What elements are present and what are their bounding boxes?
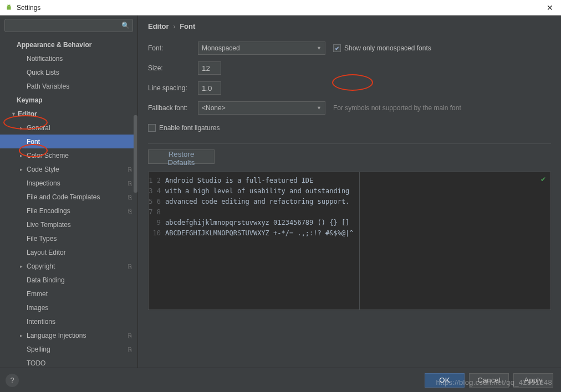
mono-only-label: Show only monospaced fonts: [344, 44, 431, 52]
preview-code[interactable]: Android Studio is a full-featured IDE wi…: [163, 172, 550, 310]
chevron-right-icon: ▸: [20, 153, 26, 158]
tree-intentions[interactable]: Intentions: [0, 314, 137, 328]
sidebar-scrollbar[interactable]: [134, 115, 137, 193]
tree-appearance-behavior[interactable]: Appearance & Behavior: [0, 38, 137, 51]
tree-path-variables[interactable]: Path Variables: [0, 79, 137, 93]
android-icon: [4, 3, 13, 12]
chevron-right-icon: ▸: [20, 264, 26, 269]
settings-tree: Appearance & Behavior Notifications Quic…: [0, 35, 137, 368]
tree-quick-lists[interactable]: Quick Lists: [0, 65, 137, 79]
breadcrumb-font: Font: [180, 22, 195, 30]
search-icon[interactable]: 🔍: [121, 22, 130, 29]
tree-copyright[interactable]: ▸Copyright⎘: [0, 259, 137, 273]
chevron-right-icon: ›: [173, 22, 175, 30]
window-title: Settings: [17, 4, 543, 12]
tree-notifications[interactable]: Notifications: [0, 51, 137, 65]
tree-layout-editor[interactable]: Layout Editor: [0, 245, 137, 259]
separator: [148, 143, 551, 144]
tree-live-templates[interactable]: Live Templates: [0, 218, 137, 231]
font-select-value: Monospaced: [202, 44, 240, 52]
search-wrap: 🔍: [0, 16, 137, 35]
project-badge-icon: ⎘: [128, 346, 132, 353]
fallback-select[interactable]: <None> ▼: [198, 101, 325, 115]
tree-file-code-templates[interactable]: File and Code Templates⎘: [0, 190, 137, 204]
cancel-button[interactable]: Cancel: [469, 373, 509, 388]
chevron-right-icon: ▸: [20, 125, 26, 131]
tree-images[interactable]: Images: [0, 301, 137, 314]
close-icon[interactable]: ✕: [543, 3, 557, 12]
mono-only-checkbox[interactable]: ✔ Show only monospaced fonts: [333, 44, 431, 52]
tree-todo[interactable]: TODO: [0, 356, 137, 368]
preview-gutter: 1 2 3 4 5 6 7 8 9 10: [149, 172, 163, 310]
project-badge-icon: ⎘: [128, 180, 132, 187]
tree-keymap[interactable]: Keymap: [0, 93, 137, 107]
breadcrumb: Editor › Font: [138, 16, 561, 36]
check-icon: ✔: [540, 176, 546, 183]
linespacing-label: Line spacing:: [148, 84, 198, 92]
tree-emmet[interactable]: Emmet: [0, 287, 137, 301]
fallback-hint: For symbols not supported by the main fo…: [333, 104, 461, 112]
size-input[interactable]: [198, 61, 221, 75]
chevron-right-icon: ▸: [20, 333, 26, 338]
checkbox-icon: [148, 124, 156, 132]
project-badge-icon: ⎘: [128, 166, 132, 173]
breadcrumb-editor[interactable]: Editor: [148, 22, 169, 30]
tree-file-types[interactable]: File Types: [0, 231, 137, 245]
tree-font[interactable]: Font: [0, 135, 137, 148]
settings-sidebar: 🔍 Appearance & Behavior Notifications Qu…: [0, 16, 138, 368]
font-preview: 1 2 3 4 5 6 7 8 9 10 Android Studio is a…: [148, 172, 551, 310]
preview-divider: [359, 172, 360, 310]
tree-code-style[interactable]: ▸Code Style⎘: [0, 162, 137, 176]
checkbox-icon: ✔: [333, 44, 341, 52]
ligatures-checkbox[interactable]: Enable font ligatures: [148, 124, 220, 132]
ok-button[interactable]: OK: [425, 373, 465, 388]
tree-general[interactable]: ▸General: [0, 121, 137, 135]
project-badge-icon: ⎘: [128, 208, 132, 214]
project-badge-icon: ⎘: [128, 332, 132, 339]
font-select[interactable]: Monospaced ▼: [198, 42, 325, 55]
chevron-down-icon: ▼: [317, 45, 322, 51]
title-bar: Settings ✕: [0, 0, 561, 16]
search-input[interactable]: [4, 19, 133, 32]
tree-inspections[interactable]: Inspections⎘: [0, 176, 137, 190]
ligatures-label: Enable font ligatures: [159, 124, 220, 132]
chevron-down-icon: ▼: [11, 111, 17, 117]
project-badge-icon: ⎘: [128, 194, 132, 200]
tree-color-scheme[interactable]: ▸Color Scheme: [0, 148, 137, 162]
fallback-select-value: <None>: [202, 104, 226, 112]
font-label: Font:: [148, 44, 198, 52]
restore-defaults-button[interactable]: Restore Defaults: [148, 149, 215, 164]
help-button[interactable]: ?: [6, 374, 19, 387]
font-form: Font: Monospaced ▼ ✔ Show only monospace…: [138, 36, 561, 140]
tree-file-encodings[interactable]: File Encodings⎘: [0, 204, 137, 218]
chevron-right-icon: ▸: [20, 167, 26, 172]
fallback-label: Fallback font:: [148, 104, 198, 112]
chevron-down-icon: ▼: [317, 105, 322, 111]
tree-data-binding[interactable]: Data Binding: [0, 273, 137, 287]
apply-button[interactable]: Apply: [513, 373, 553, 388]
tree-editor[interactable]: ▼Editor: [0, 107, 137, 121]
project-badge-icon: ⎘: [128, 263, 132, 270]
tree-language-injections[interactable]: ▸Language Injections⎘: [0, 328, 137, 342]
settings-content: Editor › Font Font: Monospaced ▼ ✔ Show …: [138, 16, 561, 368]
linespacing-input[interactable]: [198, 81, 221, 95]
bottom-bar: ? OK Cancel Apply: [0, 368, 561, 392]
tree-spelling[interactable]: Spelling⎘: [0, 342, 137, 356]
size-label: Size:: [148, 64, 198, 72]
